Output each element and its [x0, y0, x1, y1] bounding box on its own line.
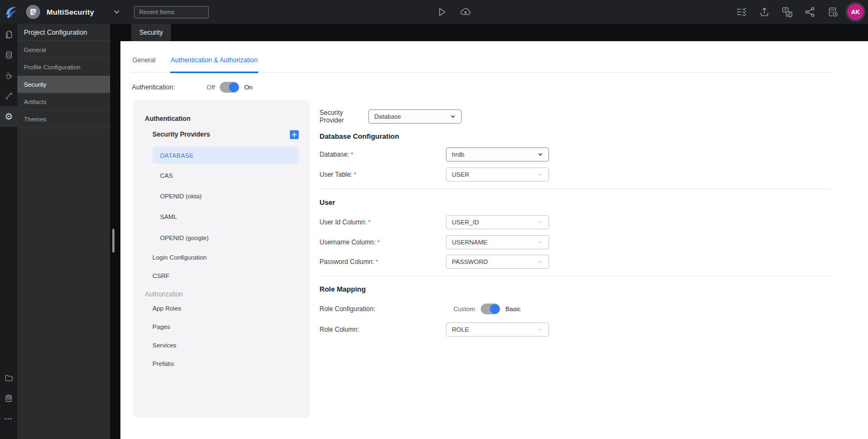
logs-icon[interactable]: LOG [0, 388, 17, 409]
chevron-down-icon [537, 239, 544, 246]
config-item-themes[interactable]: Themes [17, 111, 110, 128]
editor-tab-security[interactable]: Security [131, 24, 171, 41]
chevron-down-icon[interactable] [112, 8, 121, 16]
section-divider [320, 189, 831, 189]
tab-general[interactable]: General [132, 56, 156, 72]
role-configuration-row: Role Configuration: Custom Basic [320, 302, 831, 316]
authentication-label: Authentication: [132, 83, 207, 91]
nav-item-prefabs[interactable]: Prefabs [152, 358, 310, 369]
add-security-provider-button[interactable] [290, 130, 299, 139]
username-column-value: USERNAME [452, 239, 487, 246]
more-options-icon[interactable]: ••• [0, 409, 17, 429]
role-column-value: ROLE [452, 326, 469, 333]
left-icon-rail: ⚙ LOG ••• [0, 24, 17, 439]
authentication-off-label: Off [207, 84, 215, 91]
password-column-select[interactable]: PASSWORD [446, 255, 549, 269]
scrollbar-thumb[interactable] [112, 229, 114, 253]
chevron-down-icon [450, 113, 456, 120]
nav-item-app-roles[interactable]: App Roles [152, 303, 310, 314]
nav-item-services[interactable]: Services [152, 340, 310, 351]
role-column-row: Role Column: ROLE [320, 322, 831, 337]
provider-item-saml[interactable]: SAML [160, 211, 310, 222]
security-provider-select[interactable]: Database [368, 109, 462, 124]
database-provider-form: Security Provider Database Database Conf… [320, 109, 831, 337]
username-column-label: Username Column:* [320, 238, 446, 246]
security-provider-label: Security Provider [320, 109, 368, 124]
provider-item-openid-okta[interactable]: OPENID (okta) [160, 191, 310, 202]
config-item-security[interactable]: Security [17, 76, 110, 93]
checklist-icon[interactable] [736, 6, 748, 18]
cloud-deploy-icon[interactable] [459, 6, 471, 18]
required-marker: * [376, 259, 378, 265]
required-marker: * [377, 239, 379, 246]
toggle-knob [490, 304, 500, 314]
database-select[interactable]: hrdb [446, 147, 549, 162]
user-avatar[interactable]: AK [847, 4, 864, 20]
run-preview-icon[interactable] [436, 6, 448, 18]
authentication-toggle[interactable] [220, 82, 239, 93]
role-mapping-heading: Role Mapping [320, 285, 831, 294]
database-icon[interactable] [0, 44, 17, 65]
folder-icon[interactable] [0, 367, 17, 388]
provider-item-cas[interactable]: CAS [160, 170, 310, 181]
role-config-custom-label: Custom [454, 306, 475, 312]
security-providers-label: Security Providers [152, 131, 210, 138]
nav-section-authorization: Authorization [145, 289, 310, 300]
config-item-artifacts[interactable]: Artifacts [17, 93, 110, 111]
required-marker: * [354, 171, 356, 178]
user-id-column-value: USER_ID [452, 219, 479, 225]
project-badge-icon[interactable] [26, 5, 40, 19]
password-column-value: PASSWORD [452, 259, 488, 265]
password-column-label: Password Column:* [320, 258, 446, 266]
required-marker: * [351, 151, 353, 158]
config-item-profile-configuration[interactable]: Profile Configuration [17, 59, 110, 76]
project-configuration-panel: Project Configuration General Profile Co… [17, 24, 110, 439]
editor-tab-bar: Security [110, 24, 868, 41]
settings-gear-icon[interactable]: ⚙ [0, 106, 17, 127]
username-column-row: Username Column:* USERNAME [320, 235, 831, 249]
chevron-down-icon [537, 219, 544, 225]
topbar-right-actions [736, 0, 839, 24]
user-table-value: USER [452, 171, 469, 178]
provider-item-database[interactable]: DATABASE [152, 147, 299, 164]
username-column-select[interactable]: USERNAME [446, 235, 549, 249]
toggle-knob [229, 82, 239, 92]
nav-item-csrf[interactable]: CSRF [152, 270, 310, 281]
export-publish-icon[interactable] [758, 6, 770, 18]
tab-authentication-authorization[interactable]: Authentication & Authorization [170, 56, 258, 73]
database-value: hrdb [452, 151, 464, 158]
file-history-icon[interactable] [827, 6, 839, 18]
authentication-toggle-row: Authentication: Off On [132, 80, 868, 94]
project-configuration-title: Project Configuration [17, 24, 110, 41]
user-table-label: User Table:* [320, 171, 446, 178]
database-configuration-heading: Database Configuration [320, 132, 831, 141]
svg-text:LOG: LOG [7, 397, 11, 399]
role-configuration-toggle-group: Custom Basic [446, 304, 521, 314]
recent-items-input[interactable] [134, 6, 209, 18]
database-field-row: Database:* hrdb [320, 147, 831, 162]
nav-item-pages[interactable]: Pages [152, 321, 310, 332]
top-bar: MultiSecurity [0, 0, 868, 24]
apis-route-icon[interactable] [0, 86, 17, 106]
user-heading: User [320, 198, 831, 207]
user-table-select[interactable]: USER [446, 167, 549, 182]
password-column-row: Password Column:* PASSWORD [320, 255, 831, 269]
security-provider-row: Security Provider Database [320, 109, 831, 124]
feedback-chat-icon[interactable] [781, 6, 793, 18]
pages-icon[interactable] [0, 24, 17, 44]
java-services-icon[interactable] [0, 65, 17, 86]
wavemaker-logo-icon[interactable] [4, 4, 20, 20]
config-item-general[interactable]: General [17, 41, 110, 59]
authentication-on-label: On [244, 84, 252, 91]
settings-tabs: General Authentication & Authorization [132, 41, 831, 73]
user-id-column-select[interactable]: USER_ID [446, 215, 549, 229]
role-config-basic-label: Basic [506, 306, 521, 312]
chevron-down-icon [537, 171, 544, 178]
share-branch-icon[interactable] [804, 6, 816, 18]
section-divider [320, 276, 831, 276]
security-nav-panel: Authentication Security Providers DATABA… [133, 100, 310, 418]
provider-item-openid-google[interactable]: OPENID (google) [160, 233, 310, 243]
nav-item-login-configuration[interactable]: Login Configuration [152, 252, 310, 263]
role-configuration-toggle[interactable] [481, 304, 500, 314]
role-column-select[interactable]: ROLE [446, 322, 549, 337]
